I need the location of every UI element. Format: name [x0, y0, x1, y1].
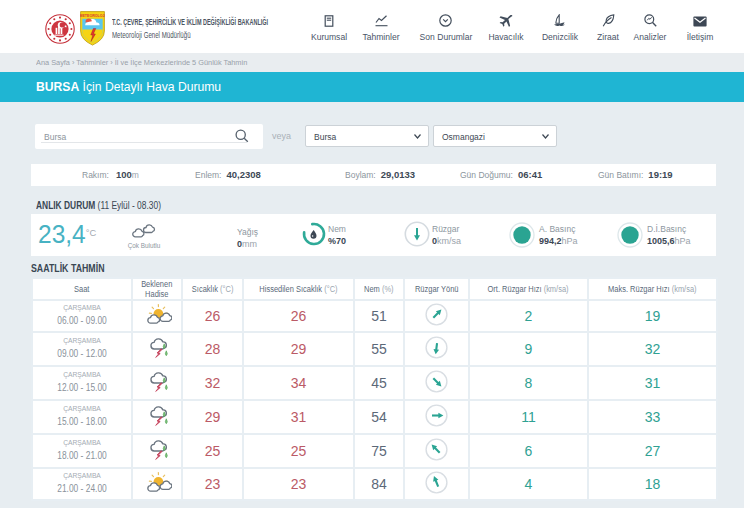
svg-text:METEOROLOJİ: METEOROLOJİ — [80, 14, 105, 18]
